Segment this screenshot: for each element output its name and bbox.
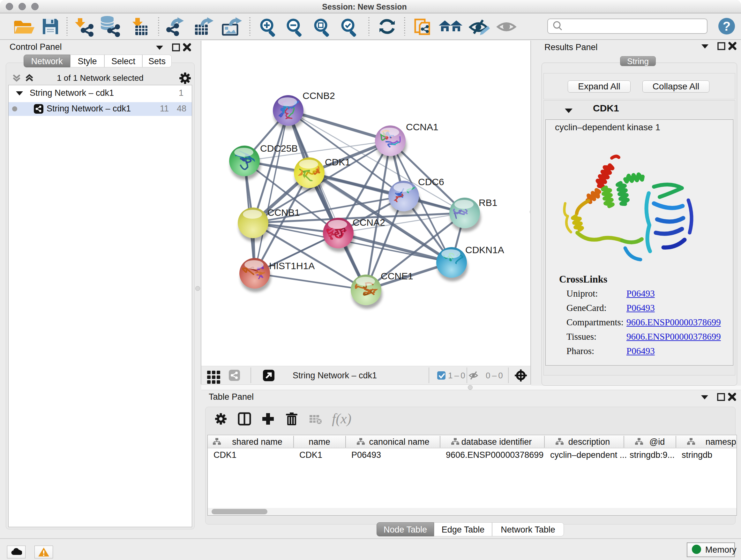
svg-text:String Network – cdk1: String Network – cdk1 xyxy=(293,371,377,380)
svg-text:?: ? xyxy=(723,19,731,33)
svg-text:shared name: shared name xyxy=(232,437,282,447)
svg-text:CCNE1: CCNE1 xyxy=(381,271,413,281)
svg-text:CDK1: CDK1 xyxy=(325,157,350,167)
svg-text:RB1: RB1 xyxy=(479,197,497,208)
svg-text:f(x): f(x) xyxy=(332,411,351,427)
svg-text:description: description xyxy=(568,437,610,447)
svg-text:canonical name: canonical name xyxy=(369,437,429,447)
svg-text:name: name xyxy=(309,437,330,447)
svg-text:CCNA1: CCNA1 xyxy=(406,122,439,132)
svg-text:database identifier: database identifier xyxy=(461,437,532,447)
svg-text:CCNB1: CCNB1 xyxy=(267,207,300,218)
svg-text:HIST1H1A: HIST1H1A xyxy=(269,260,315,271)
svg-text:namespac: namespac xyxy=(705,437,737,447)
svg-text:CDKN1A: CDKN1A xyxy=(465,245,504,255)
svg-text:CCNA2: CCNA2 xyxy=(353,217,385,228)
svg-text:CDC25B: CDC25B xyxy=(260,143,298,153)
svg-text:@id: @id xyxy=(650,437,665,447)
svg-text:1 – 0: 1 – 0 xyxy=(448,371,465,380)
svg-text:0 – 0: 0 – 0 xyxy=(486,371,503,380)
svg-text:CDC6: CDC6 xyxy=(418,177,444,187)
svg-text:CCNB2: CCNB2 xyxy=(302,90,335,101)
